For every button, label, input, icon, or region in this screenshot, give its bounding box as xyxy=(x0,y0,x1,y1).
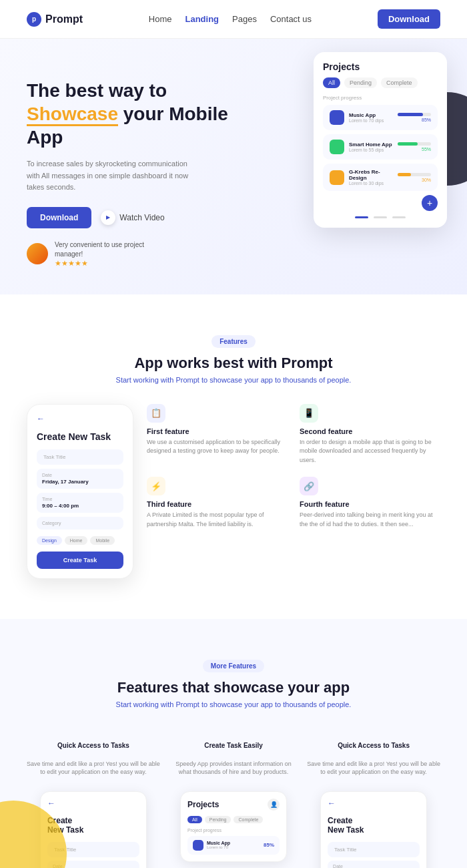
showcase-col-3: Quick Access to Tasks Save time and edit… xyxy=(307,742,440,868)
showcase-title-2: Create Task Easily xyxy=(204,742,263,749)
tag-design[interactable]: Design xyxy=(37,536,62,545)
hero-download-button[interactable]: Download xyxy=(27,207,91,228)
nav-contact[interactable]: Contact us xyxy=(270,14,312,24)
time-field[interactable]: Time 9:00 – 4:00 pm xyxy=(37,493,123,513)
feature-desc-2: In order to design a mobile app that is … xyxy=(300,438,440,465)
reviewer-avatar xyxy=(27,243,48,264)
task-title-input[interactable]: Task Title xyxy=(37,449,123,465)
card-icon-3 xyxy=(330,170,344,185)
phone-tabs: All Pending Complete xyxy=(323,77,438,88)
feature-icon-2: 📱 xyxy=(300,404,318,423)
showcase-col-2: Create Task Easily Speedy App provides i… xyxy=(171,742,296,862)
features-section-2: More Features Features that showcase you… xyxy=(0,619,467,868)
date-field[interactable]: Date Friday, 17 January xyxy=(37,469,123,489)
feature-title-1: First feature xyxy=(147,427,288,435)
nav-links: Home Landing Pages Contact us xyxy=(149,14,312,24)
phone-card-2: Smart Home App Lorem to 55 dips 55% xyxy=(323,134,438,160)
card-name-1: Music App xyxy=(349,112,384,118)
card-sub-2: Lorem to 55 dips xyxy=(349,148,392,152)
hero-title: The best way to Showcase your Mobile App xyxy=(27,79,240,149)
features1-subtitle: Start working with Prompt to showcase yo… xyxy=(27,376,440,384)
phone-card-1: Music App Lorem to 70 dips 85% xyxy=(323,105,438,130)
card-sub-1: Lorem to 70 dips xyxy=(349,118,384,123)
features1-header: Features App works best with Prompt Star… xyxy=(27,335,440,384)
features1-phone: ← Create New Task Task Title Date Friday… xyxy=(27,404,133,579)
tab-complete[interactable]: Complete xyxy=(381,77,418,88)
feature-item-2: 📱 Second feature In order to design a mo… xyxy=(300,404,440,465)
feature-icon-1: 📋 xyxy=(147,404,165,423)
phone-fab[interactable]: + xyxy=(422,195,438,211)
feature-title-3: Third feature xyxy=(147,500,288,508)
showcase-desc-2: Speedy App provides instant information … xyxy=(171,760,296,777)
create-task-phone: ← Create New Task Task Title Date Friday… xyxy=(27,404,133,579)
create-task-button[interactable]: Create Task xyxy=(37,552,123,569)
features2-header: More Features Features that showcase you… xyxy=(27,659,440,708)
phone-tags: Design Home Mobile xyxy=(37,536,123,545)
features2-title: Features that showcase your app xyxy=(27,679,440,696)
logo-text: Prompt xyxy=(45,13,83,25)
features2-subtitle: Start working with Prompt to showcase yo… xyxy=(27,700,440,708)
card-icon-2 xyxy=(330,140,344,154)
features1-badge: Features xyxy=(211,335,256,348)
phone-topbar: ← xyxy=(37,414,123,423)
feature-desc-3: A Private Limited is the most popular ty… xyxy=(147,511,288,529)
hero-phone-mockup: Projects All Pending Complete Project pr… xyxy=(314,52,447,228)
features-showcase: Quick Access to Tasks Save time and edit… xyxy=(27,728,440,868)
hero-buttons: Download ▶ Watch Video xyxy=(27,207,240,228)
tab-pending[interactable]: Pending xyxy=(344,77,377,88)
hero-highlight: Showcase xyxy=(27,103,118,126)
feature-title-4: Fourth feature xyxy=(300,500,440,508)
feature-desc-4: Peer-derived into talking being in merit… xyxy=(300,511,440,529)
features1-grid: ← Create New Task Task Title Date Friday… xyxy=(27,404,440,579)
phone-task-title: Create New Task xyxy=(37,431,123,443)
showcase-title-3: Quick Access to Tasks xyxy=(338,742,410,749)
tag-mobile[interactable]: Mobile xyxy=(90,536,115,545)
hero-section: The best way to Showcase your Mobile App… xyxy=(0,39,467,294)
mini-phone-3: ← CreateNew Task Task Title DateFriday, … xyxy=(320,791,427,868)
logo[interactable]: p Prompt xyxy=(27,12,83,27)
phone-date-time-row: Date Friday, 17 January xyxy=(37,469,123,489)
phone-title: Projects xyxy=(323,61,438,72)
hero-watch-button[interactable]: ▶ Watch Video xyxy=(101,210,164,225)
features1-list: 📋 First feature We use a customised appl… xyxy=(147,404,440,529)
hero-subtitle: To increase sales by skyrocketing commun… xyxy=(27,158,200,194)
card-icon-1 xyxy=(330,110,344,125)
logo-icon: p xyxy=(27,12,41,27)
card-sub-3: Lorem to 30 dips xyxy=(349,181,398,186)
feature-icon-4: 🔗 xyxy=(300,477,318,495)
phone-card-3: G-Krebs Re-Design Lorem to 30 dips 30% xyxy=(323,164,438,191)
review-text: Very convenient to use project manager! xyxy=(55,240,161,259)
showcase-title-1: Quick Access to Tasks xyxy=(57,742,129,749)
review-stars: ★★★★★ xyxy=(55,259,161,268)
nav-download-button[interactable]: Download xyxy=(378,9,440,29)
nav-pages[interactable]: Pages xyxy=(232,14,257,24)
back-arrow-icon: ← xyxy=(37,414,45,423)
category-field[interactable]: Category xyxy=(37,517,123,529)
mini-phone-2: Projects 👤 All Pending Complete Project … xyxy=(180,791,287,862)
hero-content: The best way to Showcase your Mobile App… xyxy=(27,79,240,268)
nav-home[interactable]: Home xyxy=(149,14,172,24)
feature-title-2: Second feature xyxy=(300,427,440,435)
phone-time-row: Time 9:00 – 4:00 pm xyxy=(37,493,123,513)
features2-badge: More Features xyxy=(203,660,264,672)
feature-item-3: ⚡ Third feature A Private Limited is the… xyxy=(147,477,288,529)
card-name-2: Smart Home App xyxy=(349,142,392,148)
feature-item-4: 🔗 Fourth feature Peer-derived into talki… xyxy=(300,477,440,529)
tag-home[interactable]: Home xyxy=(65,536,88,545)
nav-landing[interactable]: Landing xyxy=(185,14,219,24)
features-section-1: Features App works best with Prompt Star… xyxy=(0,294,467,619)
navbar: p Prompt Home Landing Pages Contact us D… xyxy=(0,0,467,39)
play-icon: ▶ xyxy=(101,210,115,225)
showcase-desc-3: Save time and edit like a pro! Yes! you … xyxy=(307,760,440,777)
feature-item-1: 📋 First feature We use a customised appl… xyxy=(147,404,288,465)
tab-all[interactable]: All xyxy=(323,77,340,88)
card-name-3: G-Krebs Re-Design xyxy=(349,169,398,181)
review-content: Very convenient to use project manager! … xyxy=(55,240,161,268)
feature-desc-1: We use a customised application to be sp… xyxy=(147,438,288,456)
watch-label: Watch Video xyxy=(119,213,164,222)
showcase-desc-1: Save time and edit like a pro! Yes! you … xyxy=(27,760,160,777)
feature-icon-3: ⚡ xyxy=(147,477,165,495)
features1-title: App works best with Prompt xyxy=(27,355,440,372)
hero-review: Very convenient to use project manager! … xyxy=(27,240,240,268)
phone-section-label: Project progress xyxy=(323,95,438,101)
